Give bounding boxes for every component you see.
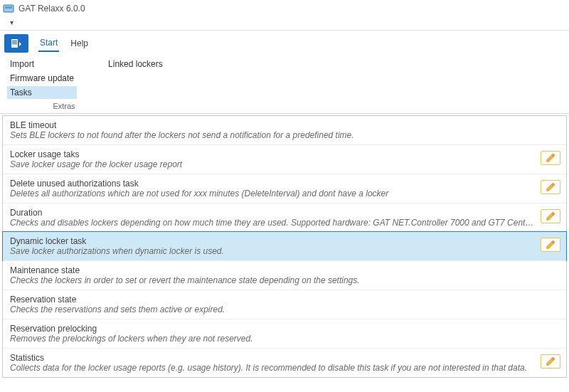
task-description: Save locker authorizations when dynamic …: [10, 246, 535, 256]
edit-button[interactable]: [541, 180, 560, 194]
quick-access-toolbar[interactable]: ▾: [0, 17, 569, 30]
ribbon-group-extras-col2: Linked lockers: [105, 58, 166, 99]
task-title: BLE timeout: [10, 120, 560, 130]
task-text: Maintenance stateChecks the lockers in o…: [10, 265, 560, 285]
task-text: Dynamic locker taskSave locker authoriza…: [10, 236, 535, 256]
task-description: Collects data for the locker usage repor…: [10, 363, 535, 373]
ribbon-groups: ImportFirmware updateTasks Linked locker…: [4, 53, 565, 100]
task-title: Locker usage taks: [10, 149, 535, 159]
task-description: Deletes all authorizations which are not…: [10, 189, 535, 198]
edit-button[interactable]: [541, 209, 560, 223]
qat-dropdown-icon[interactable]: ▾: [10, 18, 14, 26]
task-row[interactable]: DurationChecks and disables lockers depe…: [3, 203, 566, 232]
task-title: Statistics: [10, 353, 535, 363]
task-title: Duration: [10, 208, 535, 218]
task-row[interactable]: StatisticsCollects data for the locker u…: [3, 348, 566, 377]
ribbon: Start Help ImportFirmware updateTasks Li…: [0, 30, 569, 114]
task-description: Checks the reservations and sets them ac…: [10, 304, 560, 314]
task-description: Removes the prelockings of lockers when …: [10, 334, 560, 344]
ribbon-tabs: Start Help: [4, 33, 565, 53]
task-row[interactable]: Reservation stateChecks the reservations…: [3, 290, 566, 319]
task-description: Checks and disables lockers depending on…: [10, 218, 535, 228]
pencil-icon: [546, 153, 555, 163]
task-text: Delete unused authorizations taskDeletes…: [10, 179, 535, 198]
task-row[interactable]: Maintenance stateChecks the lockers in o…: [3, 260, 566, 290]
task-text: Locker usage taksSave locker usage for t…: [10, 149, 535, 169]
task-description: Sets BLE lockers to not found after the …: [10, 130, 560, 140]
pencil-icon: [546, 240, 555, 250]
edit-button[interactable]: [541, 354, 560, 369]
task-row[interactable]: Locker usage taksSave locker usage for t…: [3, 144, 566, 174]
svg-rect-1: [5, 6, 12, 9]
ribbon-item-tasks[interactable]: Tasks: [7, 86, 77, 99]
task-title: Reservation state: [10, 295, 560, 304]
svg-rect-4: [12, 42, 17, 43]
task-description: Save locker usage for the locker usage r…: [10, 159, 535, 169]
pencil-icon: [546, 356, 555, 366]
task-title: Reservation prelocking: [10, 324, 560, 334]
ribbon-group-extras-col1: ImportFirmware updateTasks: [7, 58, 77, 99]
task-text: StatisticsCollects data for the locker u…: [10, 353, 535, 373]
task-row[interactable]: Delete unused authorizations taskDeletes…: [3, 174, 566, 203]
task-row[interactable]: Reservation prelockingRemoves the preloc…: [3, 319, 566, 348]
tab-start[interactable]: Start: [38, 35, 59, 52]
pencil-icon: [546, 211, 555, 221]
edit-button[interactable]: [541, 238, 560, 252]
task-row[interactable]: BLE timeoutSets BLE lockers to not found…: [3, 116, 566, 144]
task-row[interactable]: Dynamic locker taskSave locker authoriza…: [2, 231, 567, 261]
task-text: Reservation prelockingRemoves the preloc…: [10, 324, 560, 344]
app-icon: [3, 3, 14, 14]
task-text: Reservation stateChecks the reservations…: [10, 295, 560, 314]
ribbon-item-firmware-update[interactable]: Firmware update: [7, 72, 77, 85]
ribbon-item-import[interactable]: Import: [7, 58, 77, 70]
edit-button[interactable]: [541, 151, 560, 165]
svg-rect-5: [12, 43, 17, 44]
task-title: Delete unused authorizations task: [10, 179, 535, 189]
file-button[interactable]: [4, 34, 28, 53]
ribbon-group-label: Extras: [7, 100, 121, 113]
app-title: GAT Relaxx 6.0.0: [18, 4, 85, 14]
task-title: Maintenance state: [10, 265, 560, 275]
ribbon-item-linked-lockers[interactable]: Linked lockers: [105, 58, 166, 70]
task-text: DurationChecks and disables lockers depe…: [10, 208, 535, 228]
tab-help[interactable]: Help: [69, 36, 90, 51]
svg-rect-3: [12, 41, 17, 41]
title-bar: GAT Relaxx 6.0.0: [0, 0, 569, 17]
task-text: BLE timeoutSets BLE lockers to not found…: [10, 120, 560, 140]
pencil-icon: [546, 182, 555, 192]
tasks-panel: BLE timeoutSets BLE lockers to not found…: [2, 115, 567, 378]
task-description: Checks the lockers in order to set or re…: [10, 275, 560, 285]
task-title: Dynamic locker task: [10, 236, 535, 246]
